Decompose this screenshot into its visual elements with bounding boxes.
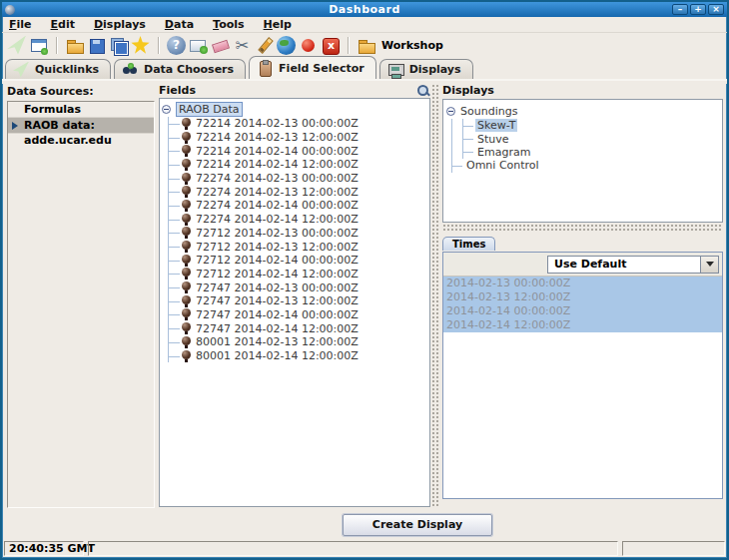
balloon-icon [182, 268, 191, 280]
tree-row[interactable]: 72712 2014-02-13 12:00:00Z [169, 240, 427, 254]
menu-edit[interactable]: Edit [51, 18, 75, 31]
tree-row[interactable]: 72214 2014-02-14 00:00:00Z [169, 144, 427, 158]
new-window-icon[interactable] [29, 36, 48, 55]
save-icon[interactable] [87, 36, 106, 55]
tree-node-raob-data[interactable]: RAOB Data [162, 102, 427, 117]
fields-header: Fields [159, 84, 196, 97]
menu-bar: File Edit Displays Data Tools Help [2, 17, 727, 33]
status-message-area [88, 541, 618, 556]
open-file-icon[interactable] [65, 36, 84, 55]
tab-data-choosers[interactable]: Data Choosers [114, 59, 246, 79]
tree-row[interactable]: 72747 2014-02-13 00:00:00Z [169, 280, 427, 294]
tree-row[interactable]: 72274 2014-02-14 12:00:00Z [169, 213, 427, 227]
tree-row[interactable]: 72747 2014-02-14 12:00:00Z [169, 321, 427, 335]
tree-row[interactable]: 72274 2014-02-13 12:00:00Z [169, 185, 427, 199]
field-item-label: 72274 2014-02-14 00:00:00Z [196, 199, 359, 212]
tab-displays[interactable]: Displays [379, 59, 473, 79]
horizontal-splitter[interactable] [442, 224, 723, 232]
tree-row[interactable]: 72274 2014-02-13 00:00:00Z [169, 172, 427, 186]
menu-tools[interactable]: Tools [213, 18, 244, 31]
minimize-button[interactable]: – [672, 4, 688, 15]
field-item-label: 72274 2014-02-14 12:00:00Z [196, 213, 359, 226]
workshop-folder-icon[interactable] [357, 36, 375, 55]
field-item-label: 80001 2014-02-13 12:00:00Z [196, 335, 359, 348]
menu-displays[interactable]: Displays [94, 18, 146, 31]
display-type-omni-control[interactable]: Omni Control [452, 159, 719, 172]
field-item-label: 72214 2014-02-14 00:00:00Z [196, 145, 359, 158]
globe-icon[interactable] [277, 36, 296, 55]
favorites-icon[interactable] [131, 36, 150, 55]
toolbar-separator [158, 37, 159, 54]
maximize-button[interactable]: + [690, 4, 706, 15]
help-icon[interactable] [167, 36, 186, 55]
field-item-label: 80001 2014-02-14 12:00:00Z [196, 349, 359, 362]
tree-row[interactable]: 80001 2014-02-14 12:00:00Z [169, 349, 427, 363]
tree-row[interactable]: 72747 2014-02-14 00:00:00Z [169, 308, 427, 322]
menu-data[interactable]: Data [165, 18, 194, 31]
balloon-icon [182, 173, 191, 185]
balloon-icon [182, 295, 191, 307]
tree-row[interactable]: 72214 2014-02-14 12:00:00Z [169, 158, 427, 172]
tree-node-soundings[interactable]: Soundings [446, 104, 719, 119]
tree-row[interactable]: 72712 2014-02-14 12:00:00Z [169, 268, 427, 281]
balloon-icon [182, 241, 191, 253]
save-as-icon[interactable] [109, 36, 128, 55]
balloon-icon [182, 336, 191, 348]
title-bar[interactable]: Dashboard – + × [2, 2, 727, 17]
balloon-icon [182, 308, 191, 320]
tree-row[interactable]: 72712 2014-02-14 00:00:00Z [169, 254, 427, 268]
tree-row[interactable]: 72274 2014-02-14 00:00:00Z [169, 199, 427, 213]
tab-quicklinks[interactable]: Quicklinks [5, 59, 111, 79]
edit-icon[interactable] [255, 36, 274, 55]
create-display-button[interactable]: Create Display [343, 514, 492, 536]
display-type-skewt[interactable]: Skew-T [463, 119, 719, 132]
time-item[interactable]: 2014-02-13 12:00:00Z [443, 290, 722, 304]
time-item[interactable]: 2014-02-14 12:00:00Z [443, 318, 722, 332]
dashboard-window: Dashboard – + × File Edit Displays Data … [0, 0, 729, 560]
display-type-stuve[interactable]: Stuve [463, 132, 719, 145]
balloon-icon [182, 350, 191, 362]
times-list: 2014-02-13 00:00:00Z 2014-02-13 12:00:00… [443, 277, 722, 332]
tab-field-selector[interactable]: Field Selector [249, 56, 376, 79]
times-mode-select[interactable]: Use Default [547, 256, 719, 274]
status-memory-area [622, 541, 725, 556]
balloon-icon [182, 132, 191, 144]
time-item[interactable]: 2014-02-14 00:00:00Z [443, 304, 722, 318]
menu-file[interactable]: File [9, 18, 32, 31]
search-icon[interactable] [416, 84, 430, 98]
show-dashboard-icon[interactable] [7, 36, 26, 55]
tab-label: Data Choosers [144, 63, 234, 76]
exit-icon[interactable] [321, 36, 340, 55]
balloon-icon [182, 159, 191, 171]
balloon-icon [182, 322, 191, 334]
window-title: Dashboard [2, 3, 727, 16]
tree-row[interactable]: 72214 2014-02-13 00:00:00Z [169, 117, 427, 131]
display-type-emagram[interactable]: Emagram [463, 146, 719, 159]
combo-dropdown-button[interactable] [700, 257, 718, 273]
display-type-label: Skew-T [475, 119, 517, 132]
tab-times[interactable]: Times [442, 237, 495, 251]
data-source-formulas[interactable]: Formulas [8, 102, 154, 118]
chevron-down-icon [706, 262, 714, 267]
close-button[interactable]: × [708, 4, 724, 15]
data-source-raob[interactable]: RAOB data: adde.ucar.edu [8, 118, 154, 134]
tree-root-label: RAOB Data [176, 102, 243, 117]
remove-displays-icon[interactable] [211, 36, 230, 55]
data-sources-header: Data Sources: [7, 85, 155, 98]
tree-row[interactable]: 72712 2014-02-13 00:00:00Z [169, 227, 427, 241]
support-request-icon[interactable] [189, 36, 208, 55]
data-choosers-icon [122, 62, 138, 78]
tree-row[interactable]: 72214 2014-02-13 12:00:00Z [169, 131, 427, 145]
field-item-label: 72214 2014-02-14 12:00:00Z [196, 158, 359, 171]
expand-handle-icon[interactable] [446, 107, 455, 116]
tree-row[interactable]: 72747 2014-02-13 12:00:00Z [169, 294, 427, 308]
menu-help[interactable]: Help [264, 18, 292, 31]
record-icon[interactable] [299, 36, 318, 55]
expand-handle-icon[interactable] [162, 105, 171, 114]
field-selector-icon [257, 60, 273, 76]
tree-row[interactable]: 80001 2014-02-13 12:00:00Z [169, 335, 427, 349]
times-mode-value: Use Default [548, 258, 700, 271]
time-item[interactable]: 2014-02-13 00:00:00Z [443, 277, 722, 290]
vertical-splitter[interactable] [431, 84, 440, 508]
cut-remove-data-icon[interactable]: ✂ [233, 36, 252, 55]
